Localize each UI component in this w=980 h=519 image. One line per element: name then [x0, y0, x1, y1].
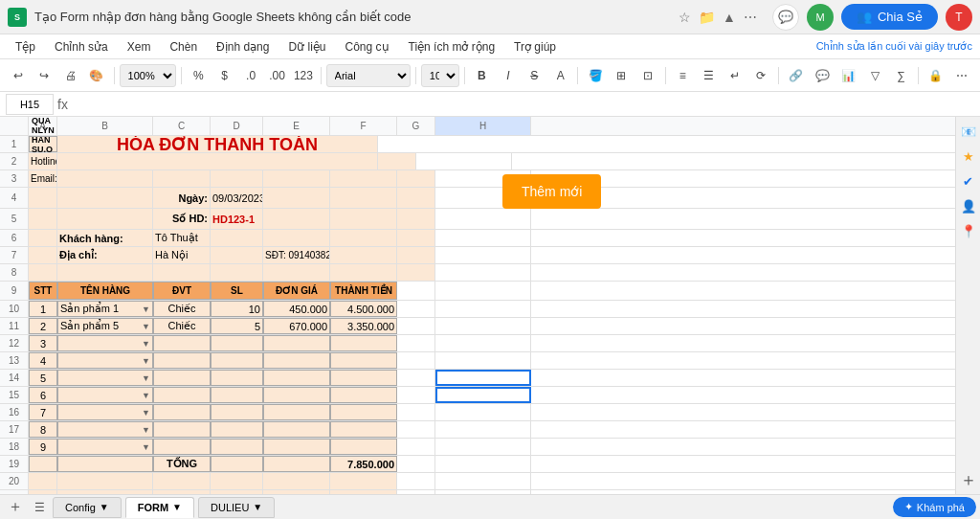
link-button[interactable]: 🔗	[784, 63, 808, 88]
cell-f8[interactable]	[330, 264, 397, 281]
cell-b4[interactable]	[57, 188, 153, 208]
cell-e17[interactable]	[263, 421, 330, 438]
menu-tools[interactable]: Công cụ	[337, 38, 396, 56]
cell-h16[interactable]	[435, 404, 531, 420]
cell-b6[interactable]: Khách hàng:	[57, 230, 153, 246]
cell-a19[interactable]	[29, 456, 57, 472]
col-header-f[interactable]: F	[330, 117, 397, 135]
percent-button[interactable]: %	[187, 63, 211, 88]
cell-a2[interactable]: Hotline: 0914038286	[29, 153, 57, 169]
cell-a6[interactable]	[29, 230, 57, 246]
menu-format[interactable]: Định dạng	[209, 38, 277, 56]
cell-e18[interactable]	[263, 439, 330, 455]
cell-c9[interactable]: ĐVT	[153, 282, 211, 300]
cell-g2[interactable]	[378, 153, 416, 169]
cell-a1[interactable]: QUANLYNHANSU.ONLINE	[29, 136, 57, 152]
cell-c15[interactable]	[153, 387, 211, 403]
cell-d7[interactable]	[211, 247, 263, 263]
cell-d10[interactable]: 10	[211, 301, 263, 317]
cell-e8[interactable]	[263, 264, 330, 281]
cell-e6[interactable]	[263, 230, 330, 246]
more-icon[interactable]: ⋯	[744, 10, 757, 25]
cell-f16[interactable]	[330, 404, 397, 420]
col-header-c[interactable]: C	[153, 117, 211, 135]
cell-b18[interactable]: ▼	[57, 439, 153, 455]
cell-g12[interactable]	[397, 335, 435, 351]
cell-a8[interactable]	[29, 264, 57, 281]
cell-b2[interactable]	[57, 153, 378, 169]
cell-e19[interactable]	[263, 456, 330, 472]
rotate-button[interactable]: ⟳	[749, 63, 773, 88]
cell-a7[interactable]	[29, 247, 57, 263]
italic-button[interactable]: I	[496, 63, 520, 88]
cell-g10[interactable]	[397, 301, 435, 317]
cell-g14[interactable]	[397, 370, 435, 386]
cell-b15[interactable]: ▼	[57, 387, 153, 403]
menu-data[interactable]: Dữ liệu	[280, 38, 333, 56]
cell-c16[interactable]	[153, 404, 211, 420]
cell-f20[interactable]	[330, 473, 397, 489]
cell-e11[interactable]: 670.000	[263, 318, 330, 334]
col-header-h[interactable]: H	[435, 117, 531, 135]
cell-a4[interactable]	[29, 188, 57, 208]
cell-f6[interactable]	[330, 230, 397, 246]
cell-h13[interactable]	[435, 352, 531, 369]
cell-f11[interactable]: 3.350.000	[330, 318, 397, 334]
cell-e12[interactable]	[263, 335, 330, 351]
drive-icon[interactable]: ▲	[723, 10, 736, 25]
cell-f10[interactable]: 4.500.000	[330, 301, 397, 317]
cell-f3[interactable]	[330, 170, 397, 187]
cell-b17[interactable]: ▼	[57, 421, 153, 438]
function-button[interactable]: ∑	[889, 63, 913, 88]
bold-button[interactable]: B	[470, 63, 494, 88]
cell-c4[interactable]: Ngày:	[153, 188, 211, 208]
cell-d19[interactable]	[211, 456, 263, 472]
menu-file[interactable]: Tệp	[8, 38, 43, 56]
cell-a18[interactable]: 9	[29, 439, 57, 455]
cell-f13[interactable]	[330, 352, 397, 369]
cell-b11[interactable]: Sản phẩm 5 ▼	[57, 318, 153, 334]
cell-d14[interactable]	[211, 370, 263, 386]
zoom-select[interactable]: 100%	[120, 64, 176, 87]
cell-d11[interactable]: 5	[211, 318, 263, 334]
cell-d13[interactable]	[211, 352, 263, 369]
cell-g4[interactable]	[397, 188, 435, 208]
add-sheet-button[interactable]: ＋	[4, 497, 27, 517]
star-icon[interactable]: ☆	[679, 10, 691, 25]
cell-c20[interactable]	[153, 473, 211, 489]
cell-h11[interactable]	[435, 318, 531, 334]
paint-format-button[interactable]: 🎨	[84, 63, 108, 88]
cell-b9[interactable]: TÊN HÀNG	[57, 282, 153, 300]
merge-button[interactable]: ⊡	[635, 63, 659, 88]
cell-e14[interactable]	[263, 370, 330, 386]
cell-b8[interactable]	[57, 264, 153, 281]
cell-b16[interactable]: ▼	[57, 404, 153, 420]
decimal-increase-button[interactable]: .00	[265, 63, 289, 88]
borders-button[interactable]: ⊞	[610, 63, 634, 88]
menu-help[interactable]: Trợ giúp	[506, 38, 564, 56]
cell-a17[interactable]: 8	[29, 421, 57, 438]
cell-c12[interactable]	[153, 335, 211, 351]
cell-d12[interactable]	[211, 335, 263, 351]
cell-c11[interactable]: Chiếc	[153, 318, 211, 334]
lock-button[interactable]: 🔒	[924, 63, 947, 88]
cell-b14[interactable]: ▼	[57, 370, 153, 386]
sidebar-icon-1[interactable]: 📧	[958, 121, 979, 142]
col-header-g[interactable]: G	[397, 117, 435, 135]
tab-dulieu[interactable]: DULIEU ▼	[198, 497, 275, 518]
cell-e13[interactable]	[263, 352, 330, 369]
sheet-menu-button[interactable]: ☰	[31, 501, 49, 514]
cell-c3[interactable]	[153, 170, 211, 187]
cell-c6[interactable]: Tô Thuật	[153, 230, 211, 246]
cell-h5[interactable]	[435, 209, 531, 229]
cell-e9[interactable]: ĐƠN GIÁ	[263, 282, 330, 300]
cell-b10[interactable]: Sản phẩm 1 ▼	[57, 301, 153, 317]
cell-c10[interactable]: Chiếc	[153, 301, 211, 317]
cell-a9[interactable]: STT	[29, 282, 57, 300]
cell-c7[interactable]: Hà Nội	[153, 247, 211, 263]
cell-g6[interactable]	[397, 230, 435, 246]
share-button[interactable]: 👥 Chia Sẻ	[841, 4, 938, 30]
cell-g15[interactable]	[397, 387, 435, 403]
cell-f17[interactable]	[330, 421, 397, 438]
cell-h19[interactable]	[435, 456, 531, 472]
